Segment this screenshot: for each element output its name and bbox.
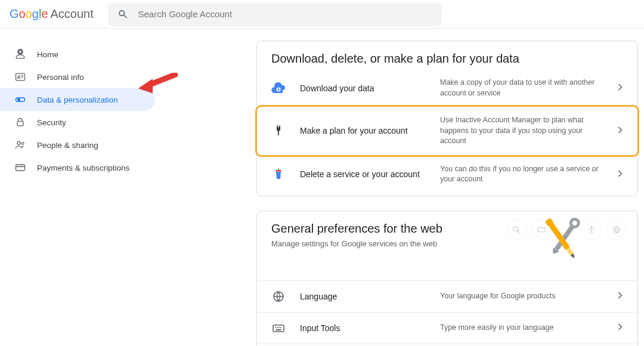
svg-point-16 — [278, 169, 280, 171]
row-input-tools[interactable]: Input Tools Type more easily in your lan… — [257, 312, 637, 344]
sidebar-item-people-sharing[interactable]: People & sharing — [0, 134, 155, 156]
people-icon — [14, 139, 26, 151]
plug-icon — [271, 123, 286, 138]
row-label: Make a plan for your account — [300, 126, 440, 135]
sidebar-item-home[interactable]: Home — [0, 43, 155, 66]
preference-category-icons — [506, 220, 627, 240]
row-delete-service[interactable]: Delete a service or your account You can… — [257, 155, 637, 193]
sidebar-item-label: Payments & subscriptions — [37, 163, 129, 172]
svg-point-20 — [591, 226, 593, 228]
globe-icon — [271, 289, 286, 304]
row-label: Input Tools — [300, 323, 440, 333]
keyboard-icon — [271, 321, 286, 335]
card-title: Download, delete, or make a plan for you… — [257, 41, 637, 69]
card-subtitle: Manage settings for Google services on t… — [257, 239, 637, 257]
sidebar: Home Personal info Data & personalizatio… — [0, 29, 155, 346]
chevron-right-icon — [614, 124, 626, 138]
svg-line-18 — [518, 230, 520, 233]
search-container[interactable] — [108, 2, 442, 26]
sidebar-item-label: Security — [37, 118, 66, 127]
logo-account-word: Account — [51, 7, 94, 21]
accessibility-pref-icon — [581, 220, 602, 240]
chevron-right-icon — [614, 81, 626, 95]
row-label: Download your data — [300, 84, 440, 93]
svg-rect-19 — [538, 227, 545, 232]
general-preferences-card: General preferences for the web Manage s… — [256, 211, 638, 347]
svg-rect-1 — [16, 73, 25, 81]
sidebar-item-security[interactable]: Security — [0, 111, 155, 134]
search-icon — [117, 8, 129, 20]
sidebar-item-label: Personal info — [37, 73, 84, 82]
sidebar-item-label: Data & personalization — [37, 95, 118, 104]
svg-rect-7 — [17, 121, 23, 126]
svg-rect-15 — [275, 170, 281, 172]
row-description: Use Inactive Account Manager to plan wha… — [440, 115, 606, 147]
sidebar-item-label: People & sharing — [37, 141, 98, 150]
svg-point-17 — [513, 226, 518, 231]
row-description: Type more easily in your language — [440, 323, 606, 333]
header: Google Account — [0, 0, 644, 29]
svg-point-6 — [17, 98, 20, 101]
google-account-logo: Google Account — [10, 7, 94, 21]
row-accessibility[interactable]: Accessibility Screen reader OFF High-con… — [257, 344, 637, 347]
globe-pref-icon — [606, 220, 627, 240]
chevron-right-icon — [614, 321, 626, 335]
sidebar-item-payments-subscriptions[interactable]: Payments & subscriptions — [0, 156, 155, 179]
main-content: Download, delete, or make a plan for you… — [155, 29, 644, 346]
row-make-plan[interactable]: Make a plan for your account Use Inactiv… — [255, 105, 639, 157]
row-label: Language — [300, 292, 440, 301]
chevron-right-icon — [614, 289, 626, 303]
sidebar-item-label: Home — [37, 50, 58, 59]
svg-point-8 — [17, 141, 20, 144]
svg-rect-10 — [16, 165, 25, 171]
home-icon — [14, 48, 26, 60]
keyboard-pref-icon — [531, 220, 552, 240]
sidebar-item-data-personalization[interactable]: Data & personalization — [0, 88, 155, 111]
row-description: You can do this if you no longer use a s… — [440, 164, 606, 185]
search-pref-icon — [506, 220, 527, 240]
chevron-right-icon — [614, 168, 626, 181]
data-management-card: Download, delete, or make a plan for you… — [256, 41, 638, 196]
row-label: Delete a service or your account — [300, 169, 440, 179]
svg-point-2 — [18, 76, 20, 78]
row-download-data[interactable]: Download your data Make a copy of your d… — [257, 69, 637, 107]
cloud-download-icon — [271, 81, 286, 95]
search-input[interactable] — [138, 9, 432, 19]
trash-icon — [271, 167, 286, 181]
row-language[interactable]: Language Your language for Google produc… — [257, 280, 637, 312]
toggle-icon — [14, 94, 26, 106]
row-description: Make a copy of your data to use it with … — [440, 78, 606, 98]
lock-icon — [14, 116, 26, 128]
svg-rect-30 — [273, 325, 284, 332]
row-description: Your language for Google products — [440, 291, 606, 302]
id-card-icon — [14, 71, 26, 83]
sidebar-item-personal-info[interactable]: Personal info — [0, 66, 155, 88]
svg-point-9 — [21, 143, 24, 145]
credit-card-icon — [14, 162, 26, 174]
